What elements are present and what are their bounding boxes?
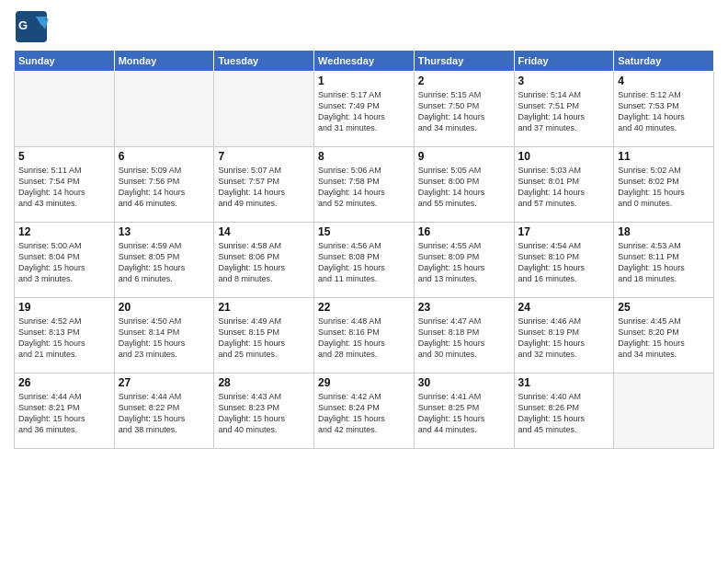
calendar: SundayMondayTuesdayWednesdayThursdayFrid… bbox=[14, 50, 714, 449]
day-number: 8 bbox=[318, 150, 410, 163]
day-info: Sunrise: 4:59 AM Sunset: 8:05 PM Dayligh… bbox=[119, 240, 210, 285]
calendar-cell: 9Sunrise: 5:05 AM Sunset: 8:00 PM Daylig… bbox=[414, 147, 514, 223]
day-number: 26 bbox=[18, 376, 110, 389]
calendar-cell: 21Sunrise: 4:49 AM Sunset: 8:15 PM Dayli… bbox=[214, 298, 314, 373]
day-number: 5 bbox=[18, 150, 110, 163]
day-info: Sunrise: 4:53 AM Sunset: 8:11 PM Dayligh… bbox=[618, 240, 710, 285]
day-number: 23 bbox=[418, 301, 510, 314]
day-number: 12 bbox=[18, 225, 110, 238]
calendar-cell: 18Sunrise: 4:53 AM Sunset: 8:11 PM Dayli… bbox=[614, 223, 714, 298]
day-info: Sunrise: 5:17 AM Sunset: 7:49 PM Dayligh… bbox=[318, 89, 410, 134]
calendar-cell: 30Sunrise: 4:41 AM Sunset: 8:25 PM Dayli… bbox=[414, 373, 514, 449]
day-number: 28 bbox=[218, 376, 310, 389]
day-number: 29 bbox=[318, 376, 410, 389]
calendar-cell: 1Sunrise: 5:17 AM Sunset: 7:49 PM Daylig… bbox=[314, 72, 415, 147]
day-number: 16 bbox=[418, 225, 510, 238]
page: G SundayMondayTuesdayWednesdayThursdayFr… bbox=[0, 0, 728, 563]
calendar-cell: 7Sunrise: 5:07 AM Sunset: 7:57 PM Daylig… bbox=[214, 147, 314, 223]
calendar-cell: 8Sunrise: 5:06 AM Sunset: 7:58 PM Daylig… bbox=[314, 147, 415, 223]
weekday-header-friday: Friday bbox=[514, 51, 614, 72]
day-number: 22 bbox=[318, 301, 410, 314]
weekday-header-monday: Monday bbox=[114, 51, 214, 72]
day-number: 25 bbox=[618, 301, 710, 314]
calendar-cell bbox=[114, 72, 214, 147]
day-info: Sunrise: 5:07 AM Sunset: 7:57 PM Dayligh… bbox=[218, 165, 310, 210]
week-row-3: 12Sunrise: 5:00 AM Sunset: 8:04 PM Dayli… bbox=[15, 223, 714, 298]
calendar-cell: 29Sunrise: 4:42 AM Sunset: 8:24 PM Dayli… bbox=[314, 373, 415, 449]
day-info: Sunrise: 5:05 AM Sunset: 8:00 PM Dayligh… bbox=[418, 165, 510, 210]
day-info: Sunrise: 4:58 AM Sunset: 8:06 PM Dayligh… bbox=[218, 240, 310, 285]
day-number: 15 bbox=[318, 225, 410, 238]
day-number: 6 bbox=[119, 150, 210, 163]
day-number: 17 bbox=[518, 225, 610, 238]
svg-text:G: G bbox=[18, 18, 28, 32]
week-row-2: 5Sunrise: 5:11 AM Sunset: 7:54 PM Daylig… bbox=[15, 147, 714, 223]
day-info: Sunrise: 4:47 AM Sunset: 8:18 PM Dayligh… bbox=[418, 316, 510, 361]
calendar-cell: 14Sunrise: 4:58 AM Sunset: 8:06 PM Dayli… bbox=[214, 223, 314, 298]
calendar-cell: 16Sunrise: 4:55 AM Sunset: 8:09 PM Dayli… bbox=[414, 223, 514, 298]
calendar-cell: 15Sunrise: 4:56 AM Sunset: 8:08 PM Dayli… bbox=[314, 223, 415, 298]
calendar-cell: 17Sunrise: 4:54 AM Sunset: 8:10 PM Dayli… bbox=[514, 223, 614, 298]
calendar-cell: 27Sunrise: 4:44 AM Sunset: 8:22 PM Dayli… bbox=[114, 373, 214, 449]
day-info: Sunrise: 4:56 AM Sunset: 8:08 PM Dayligh… bbox=[318, 240, 410, 285]
day-number: 13 bbox=[119, 225, 210, 238]
day-info: Sunrise: 4:45 AM Sunset: 8:20 PM Dayligh… bbox=[618, 316, 710, 361]
week-row-5: 26Sunrise: 4:44 AM Sunset: 8:21 PM Dayli… bbox=[15, 373, 714, 449]
weekday-header-tuesday: Tuesday bbox=[214, 51, 314, 72]
calendar-cell: 28Sunrise: 4:43 AM Sunset: 8:23 PM Dayli… bbox=[214, 373, 314, 449]
day-number: 1 bbox=[318, 75, 410, 87]
day-info: Sunrise: 5:14 AM Sunset: 7:51 PM Dayligh… bbox=[518, 89, 610, 134]
day-info: Sunrise: 5:00 AM Sunset: 8:04 PM Dayligh… bbox=[18, 240, 110, 285]
day-info: Sunrise: 4:50 AM Sunset: 8:14 PM Dayligh… bbox=[119, 316, 210, 361]
day-info: Sunrise: 5:12 AM Sunset: 7:53 PM Dayligh… bbox=[618, 89, 710, 134]
calendar-cell: 19Sunrise: 4:52 AM Sunset: 8:13 PM Dayli… bbox=[15, 298, 115, 373]
week-row-4: 19Sunrise: 4:52 AM Sunset: 8:13 PM Dayli… bbox=[15, 298, 714, 373]
calendar-cell: 4Sunrise: 5:12 AM Sunset: 7:53 PM Daylig… bbox=[614, 72, 714, 147]
calendar-cell: 12Sunrise: 5:00 AM Sunset: 8:04 PM Dayli… bbox=[15, 223, 115, 298]
calendar-cell: 24Sunrise: 4:46 AM Sunset: 8:19 PM Dayli… bbox=[514, 298, 614, 373]
day-info: Sunrise: 4:46 AM Sunset: 8:19 PM Dayligh… bbox=[518, 316, 610, 361]
day-number: 7 bbox=[218, 150, 310, 163]
day-info: Sunrise: 4:54 AM Sunset: 8:10 PM Dayligh… bbox=[518, 240, 610, 285]
weekday-header-row: SundayMondayTuesdayWednesdayThursdayFrid… bbox=[15, 51, 714, 72]
calendar-cell bbox=[214, 72, 314, 147]
day-number: 4 bbox=[618, 75, 710, 87]
day-info: Sunrise: 4:49 AM Sunset: 8:15 PM Dayligh… bbox=[218, 316, 310, 361]
calendar-cell bbox=[614, 373, 714, 449]
logo: G bbox=[14, 9, 52, 44]
day-number: 18 bbox=[618, 225, 710, 238]
day-info: Sunrise: 5:11 AM Sunset: 7:54 PM Dayligh… bbox=[18, 165, 110, 210]
day-info: Sunrise: 4:55 AM Sunset: 8:09 PM Dayligh… bbox=[418, 240, 510, 285]
calendar-cell: 3Sunrise: 5:14 AM Sunset: 7:51 PM Daylig… bbox=[514, 72, 614, 147]
day-info: Sunrise: 4:41 AM Sunset: 8:25 PM Dayligh… bbox=[418, 391, 510, 436]
day-info: Sunrise: 4:44 AM Sunset: 8:21 PM Dayligh… bbox=[18, 391, 110, 436]
day-number: 24 bbox=[518, 301, 610, 314]
calendar-cell bbox=[15, 72, 115, 147]
calendar-cell: 10Sunrise: 5:03 AM Sunset: 8:01 PM Dayli… bbox=[514, 147, 614, 223]
day-number: 11 bbox=[618, 150, 710, 163]
day-number: 27 bbox=[119, 376, 210, 389]
weekday-header-sunday: Sunday bbox=[15, 51, 115, 72]
calendar-cell: 11Sunrise: 5:02 AM Sunset: 8:02 PM Dayli… bbox=[614, 147, 714, 223]
day-number: 30 bbox=[418, 376, 510, 389]
calendar-cell: 22Sunrise: 4:48 AM Sunset: 8:16 PM Dayli… bbox=[314, 298, 415, 373]
logo-icon: G bbox=[14, 9, 49, 44]
day-number: 9 bbox=[418, 150, 510, 163]
calendar-cell: 23Sunrise: 4:47 AM Sunset: 8:18 PM Dayli… bbox=[414, 298, 514, 373]
week-row-1: 1Sunrise: 5:17 AM Sunset: 7:49 PM Daylig… bbox=[15, 72, 714, 147]
day-info: Sunrise: 4:52 AM Sunset: 8:13 PM Dayligh… bbox=[18, 316, 110, 361]
day-info: Sunrise: 5:15 AM Sunset: 7:50 PM Dayligh… bbox=[418, 89, 510, 134]
calendar-cell: 5Sunrise: 5:11 AM Sunset: 7:54 PM Daylig… bbox=[15, 147, 115, 223]
calendar-cell: 26Sunrise: 4:44 AM Sunset: 8:21 PM Dayli… bbox=[15, 373, 115, 449]
weekday-header-thursday: Thursday bbox=[414, 51, 514, 72]
weekday-header-wednesday: Wednesday bbox=[314, 51, 415, 72]
day-number: 31 bbox=[518, 376, 610, 389]
day-number: 20 bbox=[119, 301, 210, 314]
calendar-cell: 20Sunrise: 4:50 AM Sunset: 8:14 PM Dayli… bbox=[114, 298, 214, 373]
day-number: 19 bbox=[18, 301, 110, 314]
calendar-cell: 13Sunrise: 4:59 AM Sunset: 8:05 PM Dayli… bbox=[114, 223, 214, 298]
calendar-cell: 25Sunrise: 4:45 AM Sunset: 8:20 PM Dayli… bbox=[614, 298, 714, 373]
day-info: Sunrise: 4:43 AM Sunset: 8:23 PM Dayligh… bbox=[218, 391, 310, 436]
day-number: 3 bbox=[518, 75, 610, 87]
day-info: Sunrise: 4:44 AM Sunset: 8:22 PM Dayligh… bbox=[119, 391, 210, 436]
